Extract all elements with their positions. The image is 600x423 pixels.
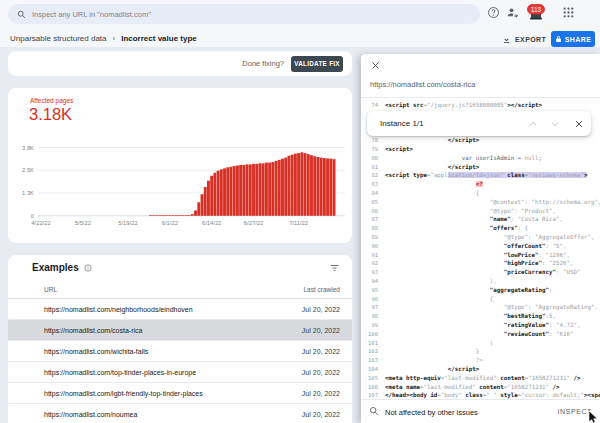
chart-bar[interactable] [230, 167, 233, 216]
chart-bar[interactable] [333, 159, 336, 216]
chart-bar[interactable] [201, 194, 204, 216]
chart-bar[interactable] [236, 165, 239, 215]
next-instance-button[interactable] [548, 117, 561, 130]
table-row[interactable]: https://nomadlist.com/top-tinder-places-… [8, 362, 352, 383]
table-row[interactable]: https://nomadlist.com/wichita-fallsJul 2… [8, 341, 352, 362]
chart-bar[interactable] [188, 215, 191, 216]
chart-bar[interactable] [197, 202, 200, 215]
chart-bar[interactable] [165, 215, 168, 216]
chart-bar[interactable] [162, 215, 165, 216]
chart-bar[interactable] [191, 214, 194, 216]
examples-table-body: https://nomadlist.com/neighborhoods/eind… [8, 299, 352, 423]
chart-bar[interactable] [210, 176, 213, 216]
chart-bar[interactable] [259, 163, 262, 215]
svg-text:5/19/22: 5/19/22 [118, 220, 137, 226]
chart-bar[interactable] [178, 215, 181, 216]
validate-fix-button[interactable]: VALIDATE FIX [291, 56, 343, 72]
chart-bar[interactable] [271, 162, 274, 216]
code-text: </script> [385, 365, 479, 374]
code-text: "@type": "Product", [385, 207, 556, 216]
chart-bar[interactable] [278, 160, 281, 216]
chart-bar[interactable] [226, 167, 229, 216]
chart-bar[interactable] [265, 163, 268, 216]
inspect-button[interactable]: INSPECT [557, 408, 592, 415]
chart-bar[interactable] [149, 215, 152, 216]
chart-bar[interactable] [329, 159, 332, 216]
chart-bar[interactable] [323, 158, 326, 216]
line-number: 82 [361, 171, 385, 180]
manage-users-icon[interactable] [505, 6, 519, 19]
chart-bar[interactable] [223, 168, 226, 215]
breadcrumb-parent[interactable]: Unparsable structured data [10, 34, 107, 43]
metric-label[interactable]: Affected pages [30, 97, 73, 104]
row-url[interactable]: https://nomadlist.com/top-tinder-places-… [44, 369, 196, 376]
chart-bar[interactable] [320, 158, 323, 216]
chart-bar[interactable] [217, 171, 220, 216]
table-row[interactable]: https://nomadlist.com/noumeaJul 20, 2022 [8, 404, 352, 423]
chart-bar[interactable] [184, 215, 187, 216]
chart-bar[interactable] [194, 210, 197, 215]
code-text: "ratingValue": "4.72", [385, 321, 580, 330]
previous-instance-button[interactable] [526, 117, 539, 130]
breadcrumb-current: Incorrect value type [121, 34, 197, 43]
chart-bar[interactable] [304, 153, 307, 216]
source-code-pane[interactable]: 74<script src="/jquery.js?1658000005"></… [361, 97, 600, 399]
chart-bar[interactable] [291, 155, 294, 216]
chart-bar[interactable] [152, 215, 155, 216]
row-url[interactable]: https://nomadlist.com/costa-rica [44, 327, 142, 334]
chart-bar[interactable] [249, 164, 252, 215]
code-line: 88 "offers": { [361, 224, 600, 233]
share-button[interactable]: SHARE [551, 31, 595, 47]
help-icon[interactable] [487, 6, 500, 19]
svg-text:3.8K: 3.8K [22, 145, 34, 151]
apps-grid-icon[interactable] [562, 6, 575, 19]
chart-bar[interactable] [175, 215, 178, 216]
row-url[interactable]: https://nomadlist.com/neighborhoods/eind… [44, 306, 193, 313]
chart-bar[interactable] [168, 215, 171, 216]
chart-bar[interactable] [204, 187, 207, 216]
chart-bar[interactable] [252, 164, 255, 216]
chart-bar[interactable] [159, 215, 162, 216]
chart-bar[interactable] [275, 161, 278, 216]
extension-notification-icon[interactable]: 113 [526, 3, 546, 22]
chart-bar[interactable] [316, 157, 319, 216]
chart-bar[interactable] [207, 181, 210, 216]
close-instance-search-icon[interactable] [572, 117, 585, 130]
row-url[interactable]: https://nomadlist.com/noumea [44, 411, 137, 418]
export-button[interactable]: EXPORT [502, 33, 546, 46]
chart-bar[interactable] [294, 154, 297, 216]
chart-bar[interactable] [300, 152, 303, 215]
code-text: var userIsAdmin = null; [385, 154, 542, 163]
chart-bar[interactable] [268, 163, 271, 216]
chart-bar[interactable] [310, 155, 313, 216]
chart-bar[interactable] [220, 169, 223, 215]
chart-bar[interactable] [262, 163, 265, 215]
chart-bar[interactable] [255, 164, 258, 216]
url-inspection-search[interactable]: Inspect any URL in "nomadlist.com" [8, 4, 480, 24]
chart-bar[interactable] [284, 158, 287, 216]
table-row[interactable]: https://nomadlist.com/neighborhoods/eind… [8, 299, 352, 320]
other-issues-status[interactable]: Not affected by other issues [385, 408, 478, 417]
chart-bar[interactable] [307, 154, 310, 216]
chart-bar[interactable] [213, 173, 216, 216]
chart-bar[interactable] [242, 165, 245, 216]
close-drawer-icon[interactable] [371, 61, 380, 70]
chart-bar[interactable] [172, 215, 175, 216]
info-icon[interactable] [84, 264, 92, 272]
table-row[interactable]: https://nomadlist.com/costa-ricaJul 20, … [8, 320, 352, 341]
chart-bar[interactable] [233, 166, 236, 216]
row-url[interactable]: https://nomadlist.com/wichita-falls [44, 348, 148, 355]
row-url[interactable]: https://nomadlist.com/lgbt-friendly-top-… [44, 390, 203, 397]
chart-bar[interactable] [297, 153, 300, 216]
chart-bar[interactable] [281, 159, 284, 216]
chart-bar[interactable] [287, 156, 290, 216]
filter-icon[interactable] [329, 263, 340, 273]
code-line: 81 </script> [361, 163, 600, 172]
chart-bar[interactable] [181, 215, 184, 216]
chart-bar[interactable] [313, 156, 316, 215]
chart-bar[interactable] [326, 158, 329, 215]
table-row[interactable]: https://nomadlist.com/lgbt-friendly-top-… [8, 383, 352, 404]
chart-bar[interactable] [246, 164, 249, 215]
chart-bar[interactable] [239, 165, 242, 216]
chart-bar[interactable] [155, 215, 158, 216]
